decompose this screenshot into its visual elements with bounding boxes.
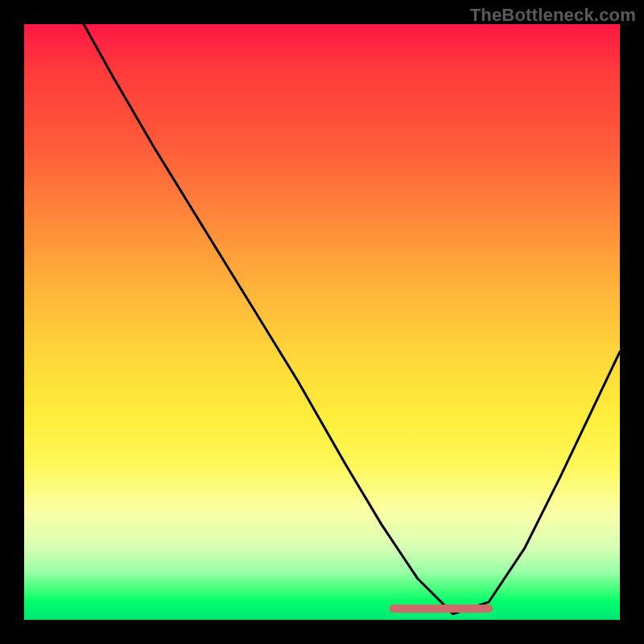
plot-area <box>24 24 620 620</box>
chart-container: TheBottleneck.com <box>0 0 644 644</box>
watermark-text: TheBottleneck.com <box>470 5 636 26</box>
gradient-background <box>24 24 620 620</box>
